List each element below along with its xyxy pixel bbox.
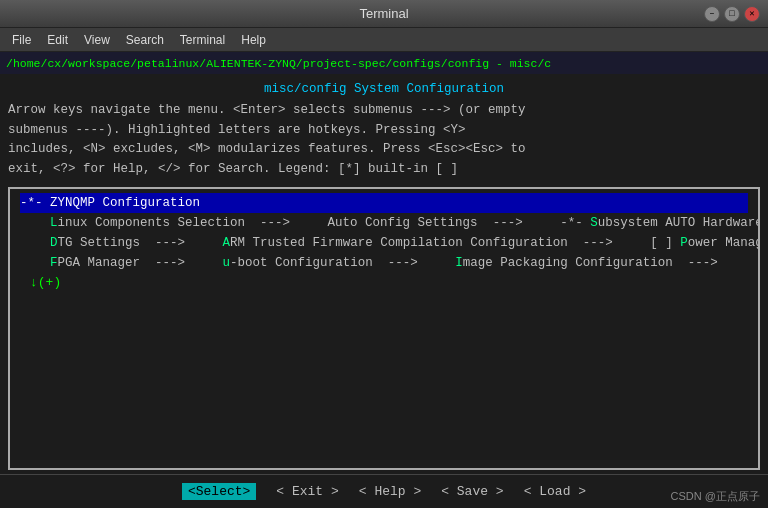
path-bar: /home/cx/workspace/petalinux/ALIENTEK-ZY… [0, 52, 768, 74]
minimize-button[interactable]: – [704, 6, 720, 22]
load-button[interactable]: < Load > [524, 484, 586, 499]
menu-item-arm[interactable]: ARM Trusted Firmware Compilation Configu… [193, 236, 613, 250]
menu-edit[interactable]: Edit [39, 31, 76, 49]
help-button[interactable]: < Help > [359, 484, 421, 499]
menu-item-autoconfig[interactable]: Auto Config Settings ---> [298, 216, 523, 230]
menu-item-dtg[interactable]: DTG Settings ---> [20, 236, 185, 250]
menu-terminal[interactable]: Terminal [172, 31, 233, 49]
menu-item-power[interactable]: [ ] Power Management kernel configuratio… [620, 236, 760, 250]
menu-search[interactable]: Search [118, 31, 172, 49]
scroll-indicator: ↓(+) [20, 273, 748, 294]
menu-item-fpga[interactable]: FPGA Manager ---> [20, 256, 185, 270]
config-title: misc/config System Configuration [8, 80, 760, 99]
exit-button[interactable]: < Exit > [276, 484, 338, 499]
window-title: Terminal [359, 6, 408, 21]
path-text: /home/cx/workspace/petalinux/ALIENTEK-ZY… [6, 57, 551, 70]
close-button[interactable]: ✕ [744, 6, 760, 22]
menu-view[interactable]: View [76, 31, 118, 49]
watermark: CSDN @正点原子 [671, 489, 760, 504]
select-button[interactable]: <Select> [182, 483, 256, 500]
menu-item-linux[interactable]: Linux Components Selection ---> [20, 216, 290, 230]
title-bar: Terminal – □ ✕ [0, 0, 768, 28]
menu-bar: File Edit View Search Terminal Help [0, 28, 768, 52]
menu-list: -*- ZYNQMP Configuration Linux Component… [10, 189, 758, 298]
config-desc: Arrow keys navigate the menu. <Enter> se… [8, 101, 760, 179]
menu-file[interactable]: File [4, 31, 39, 49]
maximize-button[interactable]: □ [724, 6, 740, 22]
menu-item-zynqmp[interactable]: -*- ZYNQMP Configuration [20, 193, 748, 213]
window-controls[interactable]: – □ ✕ [704, 6, 760, 22]
menu-item-image[interactable]: Image Packaging Configuration ---> [425, 256, 718, 270]
button-bar: <Select> < Exit > < Help > < Save > < Lo… [0, 474, 768, 508]
config-area: misc/config System Configuration Arrow k… [0, 74, 768, 183]
save-button[interactable]: < Save > [441, 484, 503, 499]
menu-item-subsystem[interactable]: -*- Subsystem AUTO Hardware Settings ---… [530, 216, 760, 230]
menu-help[interactable]: Help [233, 31, 274, 49]
menu-box: -*- ZYNQMP Configuration Linux Component… [8, 187, 760, 470]
menu-item-uboot[interactable]: u-boot Configuration ---> [193, 256, 418, 270]
terminal-content: misc/config System Configuration Arrow k… [0, 74, 768, 508]
